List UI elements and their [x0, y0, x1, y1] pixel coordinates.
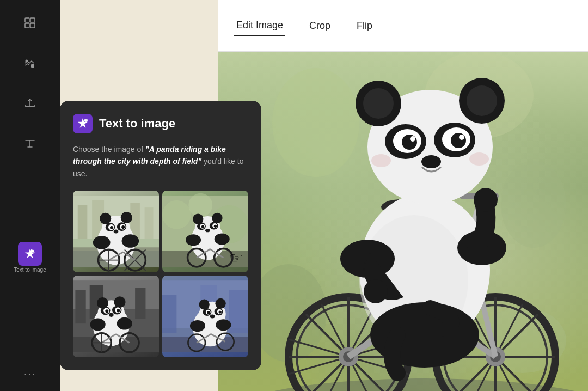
- svg-point-138: [109, 313, 114, 317]
- image-option-2[interactable]: ☞: [162, 191, 248, 272]
- panel-header: Text to image: [73, 114, 248, 133]
- panel-icon: [73, 114, 93, 133]
- toolbar-flip[interactable]: Flip: [354, 16, 375, 36]
- svg-point-61: [371, 154, 391, 167]
- svg-point-89: [114, 230, 119, 234]
- svg-rect-63: [25, 18, 29, 22]
- svg-rect-64: [30, 18, 35, 22]
- image-grid: ☞: [73, 191, 248, 357]
- layout-icon[interactable]: [18, 11, 42, 35]
- panda-scene: [218, 52, 588, 391]
- text-to-image-icon[interactable]: [18, 242, 42, 266]
- sidebar-item-layout[interactable]: [18, 11, 42, 35]
- svg-point-49: [363, 88, 394, 119]
- toolbar: Edit Image Crop Flip: [218, 0, 588, 52]
- svg-point-155: [199, 300, 210, 310]
- text-to-image-label: Text to image: [14, 267, 46, 273]
- svg-point-62: [469, 152, 489, 166]
- sidebar-item-upload[interactable]: [18, 91, 42, 115]
- svg-point-82: [121, 212, 132, 223]
- svg-point-117: [215, 234, 230, 245]
- svg-point-156: [215, 298, 225, 309]
- svg-point-56: [402, 135, 417, 150]
- elements-icon[interactable]: [18, 51, 42, 75]
- svg-point-87: [110, 226, 113, 229]
- svg-point-113: [201, 225, 204, 228]
- svg-rect-68: [31, 64, 34, 68]
- svg-point-114: [214, 225, 217, 228]
- svg-point-67: [26, 60, 28, 63]
- svg-point-163: [210, 315, 215, 319]
- svg-point-58: [410, 136, 415, 142]
- svg-rect-126: [135, 288, 145, 319]
- svg-rect-65: [25, 23, 29, 28]
- svg-point-101: [162, 200, 191, 229]
- sidebar-item-text-to-image[interactable]: Text to image: [14, 242, 46, 273]
- panda-illustration: [261, 52, 577, 391]
- text-icon[interactable]: [18, 132, 42, 156]
- image-option-3[interactable]: [73, 276, 159, 357]
- toolbar-edit-image[interactable]: Edit Image: [234, 15, 285, 36]
- panel-title: Text to image: [99, 117, 175, 131]
- toolbar-crop[interactable]: Crop: [307, 16, 333, 36]
- svg-point-164: [190, 320, 205, 332]
- sidebar-item-elements[interactable]: [18, 51, 42, 75]
- svg-point-115: [205, 229, 210, 232]
- svg-point-57: [451, 133, 466, 148]
- svg-point-59: [459, 135, 464, 140]
- more-options[interactable]: ···: [24, 368, 36, 380]
- svg-rect-124: [75, 290, 85, 323]
- svg-point-60: [421, 155, 441, 168]
- svg-point-2: [501, 161, 566, 248]
- panel: Text to image Choose the image of "A pan…: [60, 101, 261, 370]
- svg-point-45: [364, 279, 388, 303]
- svg-point-108: [212, 213, 222, 223]
- svg-point-0: [272, 68, 359, 177]
- svg-point-140: [117, 317, 132, 330]
- svg-point-51: [467, 85, 497, 116]
- svg-rect-66: [30, 23, 35, 28]
- svg-point-139: [90, 319, 106, 331]
- upload-icon[interactable]: [18, 91, 42, 115]
- svg-rect-150: [229, 290, 248, 333]
- svg-rect-149: [162, 295, 176, 333]
- svg-rect-73: [78, 205, 88, 239]
- svg-point-103: [188, 193, 212, 217]
- image-option-4[interactable]: [162, 276, 248, 357]
- svg-point-161: [207, 311, 210, 314]
- svg-point-137: [117, 309, 120, 313]
- svg-point-116: [186, 234, 201, 246]
- svg-point-91: [122, 234, 139, 248]
- svg-point-81: [100, 213, 111, 224]
- sidebar: Text to image ···: [0, 0, 60, 391]
- sidebar-item-text[interactable]: [18, 132, 42, 156]
- image-option-1[interactable]: [73, 191, 159, 272]
- svg-point-90: [93, 236, 111, 249]
- svg-point-88: [121, 225, 125, 229]
- panel-description: Choose the image of "A panda riding a bi…: [73, 143, 248, 180]
- svg-rect-76: [145, 207, 154, 239]
- svg-point-136: [105, 309, 108, 313]
- svg-point-162: [219, 311, 222, 314]
- svg-point-165: [216, 319, 231, 331]
- svg-point-46: [474, 188, 498, 212]
